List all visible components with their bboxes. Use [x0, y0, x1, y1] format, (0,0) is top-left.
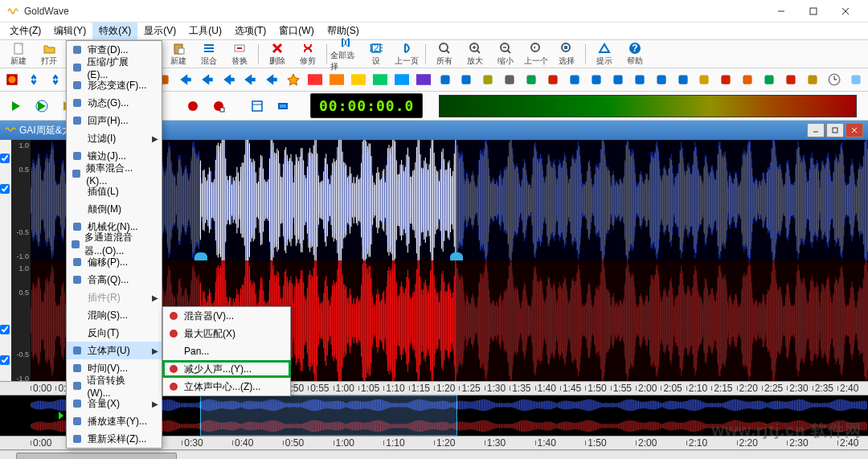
- selection-end-handle[interactable]: [450, 252, 463, 260]
- replace-button[interactable]: 替换: [224, 42, 255, 66]
- effect-icon-18[interactable]: [392, 70, 411, 89]
- view-all-button[interactable]: 所有: [429, 42, 460, 66]
- effects-menu-item-5[interactable]: 过滤(I)▶: [67, 129, 162, 147]
- channel-right-checkbox[interactable]: [0, 325, 10, 334]
- zoom-out-button[interactable]: 缩小: [490, 42, 521, 66]
- effect-icon-21[interactable]: [457, 70, 476, 89]
- effect-icon-12[interactable]: [263, 70, 281, 89]
- trim-button[interactable]: 修剪: [293, 42, 323, 66]
- effect-icon-39[interactable]: [846, 70, 865, 89]
- effect-icon-36[interactable]: [782, 70, 800, 89]
- maximize-button[interactable]: [797, 1, 829, 22]
- overview-playhead[interactable]: [59, 412, 63, 420]
- doc-maximize-button[interactable]: [826, 123, 844, 137]
- effect-icon-30[interactable]: [652, 70, 670, 89]
- help-button[interactable]: ?帮助: [620, 42, 650, 66]
- effect-icon-25[interactable]: [544, 70, 563, 89]
- effect-icon-35[interactable]: [760, 70, 779, 89]
- effects-menu-item-14[interactable]: 插件(R)▶: [67, 289, 162, 306]
- menu-2[interactable]: 特效(X): [92, 23, 137, 39]
- effect-icon-17[interactable]: [371, 70, 389, 89]
- config-button[interactable]: [246, 95, 268, 117]
- effect-icon-9[interactable]: [198, 70, 216, 89]
- play-loop-button[interactable]: [31, 95, 53, 117]
- effect-icon-27[interactable]: [587, 70, 605, 89]
- effects-menu-item-2[interactable]: 形态变速(F)...: [67, 76, 162, 94]
- effects-menu-item-13[interactable]: 音高(Q)...: [67, 271, 162, 289]
- stereo-submenu-item-1[interactable]: 最大匹配(X): [163, 325, 290, 342]
- effect-icon-19[interactable]: [414, 70, 432, 89]
- effect-icon-11[interactable]: [241, 70, 260, 89]
- stereo-submenu-item-2[interactable]: Pan...: [163, 342, 290, 360]
- effects-menu-item-22[interactable]: 重新采样(Z)...: [67, 430, 162, 448]
- cue-button[interactable]: 提示: [589, 42, 620, 66]
- effect-icon-1[interactable]: [25, 70, 43, 89]
- effects-menu-item-17[interactable]: 立体声(U)▶: [67, 342, 162, 359]
- record-sched-button[interactable]: [207, 95, 230, 117]
- last-zoom-button[interactable]: 上一个: [521, 42, 551, 66]
- scrollbar-thumb[interactable]: [16, 453, 177, 459]
- effects-menu-item-4[interactable]: 回声(H)...: [67, 112, 162, 129]
- effect-icon-15[interactable]: [328, 70, 346, 89]
- effects-menu-item-11[interactable]: 多通道混音器...(O)...: [67, 236, 162, 253]
- set-button[interactable]: 123设: [361, 42, 391, 66]
- effect-icon-33[interactable]: [717, 70, 735, 89]
- select-all-button[interactable]: 全部选择: [330, 42, 361, 66]
- effects-menu-item-9[interactable]: 颠倒(M): [67, 200, 162, 218]
- effect-icon-0[interactable]: [3, 70, 22, 89]
- effect-icon-26[interactable]: [566, 70, 584, 89]
- effect-icon-28[interactable]: [608, 70, 627, 89]
- doc-minimize-button[interactable]: [807, 123, 825, 137]
- effect-icon-20[interactable]: [436, 70, 454, 89]
- stereo-submenu-item-3[interactable]: 减少人声...(Y)...: [163, 360, 290, 378]
- effects-menu-item-19[interactable]: 语音转换(W)...: [67, 377, 162, 395]
- selection-start-handle[interactable]: [194, 252, 207, 260]
- effect-icon-8[interactable]: [176, 70, 194, 89]
- horizontal-scrollbar[interactable]: [0, 450, 868, 459]
- effects-menu-item-8[interactable]: 插值(L): [67, 182, 162, 200]
- open-button[interactable]: 打开: [34, 42, 64, 66]
- prev-page-button[interactable]: 上一页: [391, 42, 422, 66]
- effect-icon-13[interactable]: [285, 70, 303, 89]
- mix-button[interactable]: 混合: [194, 42, 224, 66]
- effects-menu-item-7[interactable]: 频率混合...(K)...: [67, 165, 162, 182]
- effects-menu-item-12[interactable]: 偏移(P)...: [67, 253, 162, 271]
- record-button[interactable]: [182, 95, 204, 117]
- effect-icon-29[interactable]: [630, 70, 649, 89]
- effects-menu-item-15[interactable]: 混响(S)...: [67, 306, 162, 324]
- effect-icon-24[interactable]: [522, 70, 541, 89]
- effect-icon-32[interactable]: [695, 70, 714, 89]
- effects-menu-item-16[interactable]: 反向(T): [67, 324, 162, 342]
- effects-menu-item-1[interactable]: 压缩/扩展(E)...: [67, 59, 162, 76]
- channel-right-mute[interactable]: [0, 355, 10, 365]
- effect-icon-10[interactable]: [219, 70, 238, 89]
- menu-6[interactable]: 窗口(W): [272, 23, 320, 39]
- paste-new-button[interactable]: 新建: [163, 42, 194, 66]
- doc-close-button[interactable]: [845, 123, 863, 137]
- effects-menu-item-21[interactable]: 播放速率(Y)...: [67, 412, 162, 430]
- minimize-button[interactable]: [765, 1, 797, 22]
- menu-1[interactable]: 编辑(Y): [47, 23, 92, 39]
- new-button[interactable]: 新建: [3, 42, 34, 66]
- menu-5[interactable]: 选项(T): [228, 23, 272, 39]
- zoom-sel-button[interactable]: 选择: [551, 42, 582, 66]
- channel-left-mute[interactable]: [0, 184, 10, 194]
- effect-icon-2[interactable]: [47, 70, 65, 89]
- effect-icon-31[interactable]: [674, 70, 692, 89]
- stereo-submenu-item-0[interactable]: 混音器(V)...: [163, 307, 290, 325]
- effect-icon-16[interactable]: [350, 70, 368, 89]
- display-button[interactable]: [272, 95, 294, 117]
- zoom-in-button[interactable]: 放大: [460, 42, 490, 66]
- effect-icon-38[interactable]: [825, 70, 843, 89]
- effect-icon-23[interactable]: [501, 70, 519, 89]
- delete-button[interactable]: 删除: [262, 42, 293, 66]
- menu-3[interactable]: 显示(V): [137, 23, 182, 39]
- channel-left-checkbox[interactable]: [0, 154, 10, 163]
- effect-icon-14[interactable]: [306, 70, 325, 89]
- menu-4[interactable]: 工具(U): [182, 23, 228, 39]
- effects-menu-item-20[interactable]: 音量(X)▶: [67, 395, 162, 412]
- menu-0[interactable]: 文件(Z): [3, 23, 47, 39]
- close-button[interactable]: [829, 1, 862, 22]
- stereo-submenu-item-4[interactable]: 立体声中心...(Z)...: [163, 378, 290, 395]
- effect-icon-22[interactable]: [479, 70, 497, 89]
